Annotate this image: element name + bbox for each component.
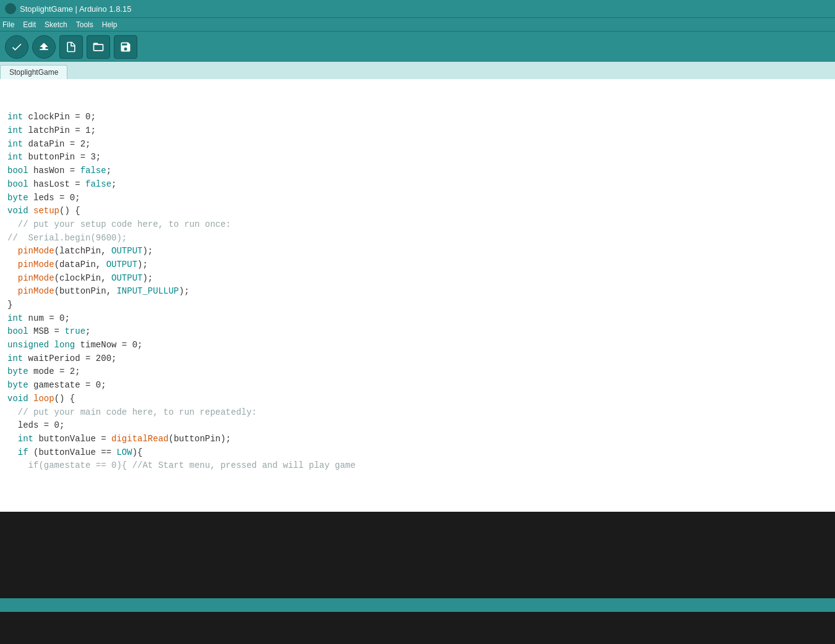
verify-button[interactable] [5, 35, 28, 59]
menu-edit[interactable]: Edit [23, 20, 36, 29]
menu-file[interactable]: File [2, 20, 14, 29]
tab-bar: StoplightGame [0, 62, 835, 79]
menu-tools[interactable]: Tools [76, 20, 93, 29]
menu-bar: File Edit Sketch Tools Help [0, 17, 835, 31]
status-bar [0, 598, 835, 612]
toolbar [0, 31, 835, 62]
menu-help[interactable]: Help [102, 20, 118, 29]
new-button[interactable] [59, 35, 83, 59]
tab-stoplightgame[interactable]: StoplightGame [0, 65, 67, 79]
code-editor[interactable]: int clockPin = 0;int latchPin = 1;int da… [0, 79, 835, 512]
code-content: int clockPin = 0;int latchPin = 1;int da… [0, 79, 835, 478]
window-title: StoplightGame | Arduino 1.8.15 [20, 4, 131, 14]
console-area [0, 512, 835, 598]
title-bar: StoplightGame | Arduino 1.8.15 [0, 0, 835, 17]
app-logo [5, 3, 16, 14]
open-button[interactable] [87, 35, 110, 59]
save-button[interactable] [114, 35, 137, 59]
upload-button[interactable] [32, 35, 56, 59]
menu-sketch[interactable]: Sketch [45, 20, 67, 29]
